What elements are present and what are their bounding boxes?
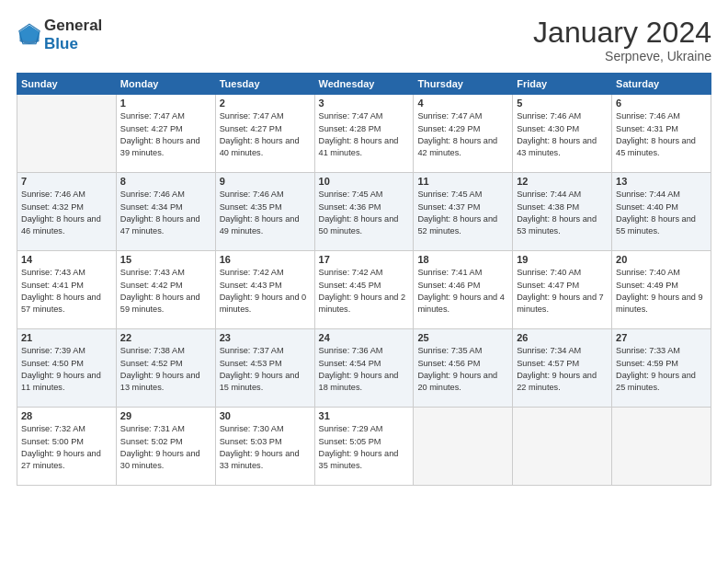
day-info: Sunrise: 7:40 AMSunset: 4:47 PMDaylight:… xyxy=(517,267,608,316)
logo-text: General Blue xyxy=(44,17,102,53)
sunrise-label: Sunrise: 7:47 AM xyxy=(319,111,383,121)
daylight-label: Daylight: 8 hours and 53 minutes. xyxy=(517,214,597,236)
day-info: Sunrise: 7:30 AMSunset: 5:03 PMDaylight:… xyxy=(220,423,311,472)
daylight-label: Daylight: 9 hours and 7 minutes. xyxy=(517,293,604,314)
day-number: 4 xyxy=(417,98,508,109)
daylight-label: Daylight: 9 hours and 18 minutes. xyxy=(319,371,399,392)
daylight-label: Daylight: 8 hours and 52 minutes. xyxy=(417,214,497,236)
sunrise-label: Sunrise: 7:29 AM xyxy=(319,424,383,433)
table-row: 23Sunrise: 7:37 AMSunset: 4:53 PMDayligh… xyxy=(215,329,314,408)
sunset-label: Sunset: 4:45 PM xyxy=(319,281,381,290)
table-row: 26Sunrise: 7:34 AMSunset: 4:57 PMDayligh… xyxy=(513,329,612,408)
sunrise-label: Sunrise: 7:30 AM xyxy=(220,424,284,433)
sunrise-label: Sunrise: 7:35 AM xyxy=(417,346,482,355)
sunrise-label: Sunrise: 7:37 AM xyxy=(220,346,284,355)
table-row: 19Sunrise: 7:40 AMSunset: 4:47 PMDayligh… xyxy=(513,251,612,329)
day-info: Sunrise: 7:46 AMSunset: 4:34 PMDaylight:… xyxy=(120,189,211,237)
day-number: 10 xyxy=(319,176,410,187)
daylight-label: Daylight: 9 hours and 30 minutes. xyxy=(120,449,200,470)
daylight-label: Daylight: 9 hours and 4 minutes. xyxy=(417,293,505,314)
day-number: 3 xyxy=(319,98,410,109)
sunrise-label: Sunrise: 7:32 AM xyxy=(21,424,85,433)
table-row xyxy=(612,408,711,486)
table-row: 24Sunrise: 7:36 AMSunset: 4:54 PMDayligh… xyxy=(314,329,414,408)
header: General Blue January 2024 Serpneve, Ukra… xyxy=(17,17,711,63)
daylight-label: Daylight: 9 hours and 15 minutes. xyxy=(220,371,300,392)
day-number: 27 xyxy=(616,332,707,343)
sunrise-label: Sunrise: 7:33 AM xyxy=(616,346,680,355)
daylight-label: Daylight: 9 hours and 2 minutes. xyxy=(319,293,406,314)
sunrise-label: Sunrise: 7:45 AM xyxy=(417,190,482,199)
sunset-label: Sunset: 4:57 PM xyxy=(517,359,579,368)
table-row: 8Sunrise: 7:46 AMSunset: 4:34 PMDaylight… xyxy=(116,173,215,251)
day-info: Sunrise: 7:46 AMSunset: 4:32 PMDaylight:… xyxy=(21,189,112,237)
day-number: 14 xyxy=(21,254,112,265)
daylight-label: Daylight: 9 hours and 25 minutes. xyxy=(616,371,696,392)
daylight-label: Daylight: 9 hours and 33 minutes. xyxy=(220,449,300,470)
week-row-3: 21Sunrise: 7:39 AMSunset: 4:50 PMDayligh… xyxy=(17,329,711,408)
daylight-label: Daylight: 8 hours and 47 minutes. xyxy=(120,214,200,236)
logo: General Blue xyxy=(17,17,102,53)
table-row: 3Sunrise: 7:47 AMSunset: 4:28 PMDaylight… xyxy=(314,95,414,173)
day-number: 23 xyxy=(220,332,311,343)
table-row: 20Sunrise: 7:40 AMSunset: 4:49 PMDayligh… xyxy=(612,251,711,329)
daylight-label: Daylight: 8 hours and 40 minutes. xyxy=(220,136,300,157)
sunrise-label: Sunrise: 7:43 AM xyxy=(21,268,85,277)
table-row: 25Sunrise: 7:35 AMSunset: 4:56 PMDayligh… xyxy=(414,329,513,408)
table-row: 22Sunrise: 7:38 AMSunset: 4:52 PMDayligh… xyxy=(116,329,215,408)
sunset-label: Sunset: 4:32 PM xyxy=(21,202,84,212)
daylight-label: Daylight: 9 hours and 35 minutes. xyxy=(319,449,399,470)
daylight-label: Daylight: 8 hours and 43 minutes. xyxy=(517,136,597,157)
day-info: Sunrise: 7:47 AMSunset: 4:29 PMDaylight:… xyxy=(417,110,508,159)
daylight-label: Daylight: 8 hours and 41 minutes. xyxy=(319,136,399,157)
day-number: 1 xyxy=(120,98,211,109)
day-number: 9 xyxy=(220,176,311,187)
daylight-label: Daylight: 8 hours and 39 minutes. xyxy=(120,136,200,157)
header-row: Sunday Monday Tuesday Wednesday Thursday… xyxy=(17,74,711,95)
sunrise-label: Sunrise: 7:44 AM xyxy=(616,190,680,199)
day-info: Sunrise: 7:45 AMSunset: 4:36 PMDaylight:… xyxy=(319,189,410,237)
table-row: 28Sunrise: 7:32 AMSunset: 5:00 PMDayligh… xyxy=(17,408,117,486)
table-row: 7Sunrise: 7:46 AMSunset: 4:32 PMDaylight… xyxy=(17,173,117,251)
daylight-label: Daylight: 8 hours and 42 minutes. xyxy=(417,136,497,157)
sunset-label: Sunset: 4:36 PM xyxy=(319,202,381,212)
location-subtitle: Serpneve, Ukraine xyxy=(533,49,711,63)
table-row: 21Sunrise: 7:39 AMSunset: 4:50 PMDayligh… xyxy=(17,329,117,408)
day-number: 19 xyxy=(517,254,608,265)
sunset-label: Sunset: 4:29 PM xyxy=(417,124,480,133)
sunset-label: Sunset: 4:38 PM xyxy=(517,202,579,212)
sunset-label: Sunset: 4:35 PM xyxy=(220,202,282,212)
daylight-label: Daylight: 9 hours and 20 minutes. xyxy=(417,371,497,392)
logo-general: General xyxy=(44,17,102,34)
day-number: 17 xyxy=(319,254,410,265)
table-row: 6Sunrise: 7:46 AMSunset: 4:31 PMDaylight… xyxy=(612,95,711,173)
table-row: 15Sunrise: 7:43 AMSunset: 4:42 PMDayligh… xyxy=(116,251,215,329)
table-row: 4Sunrise: 7:47 AMSunset: 4:29 PMDaylight… xyxy=(414,95,513,173)
day-info: Sunrise: 7:44 AMSunset: 4:38 PMDaylight:… xyxy=(517,189,608,237)
daylight-label: Daylight: 9 hours and 27 minutes. xyxy=(21,449,101,470)
sunrise-label: Sunrise: 7:46 AM xyxy=(616,111,680,121)
day-info: Sunrise: 7:35 AMSunset: 4:56 PMDaylight:… xyxy=(417,345,508,394)
sunrise-label: Sunrise: 7:40 AM xyxy=(517,268,581,277)
sunset-label: Sunset: 4:42 PM xyxy=(120,281,183,290)
logo-icon xyxy=(17,22,42,48)
day-info: Sunrise: 7:32 AMSunset: 5:00 PMDaylight:… xyxy=(21,423,112,472)
daylight-label: Daylight: 8 hours and 55 minutes. xyxy=(616,214,696,236)
day-number: 31 xyxy=(319,410,410,421)
day-number: 15 xyxy=(120,254,211,265)
day-info: Sunrise: 7:46 AMSunset: 4:31 PMDaylight:… xyxy=(616,110,707,159)
day-info: Sunrise: 7:33 AMSunset: 4:59 PMDaylight:… xyxy=(616,345,707,394)
table-row: 27Sunrise: 7:33 AMSunset: 4:59 PMDayligh… xyxy=(612,329,711,408)
sunrise-label: Sunrise: 7:46 AM xyxy=(21,190,85,199)
sunset-label: Sunset: 4:52 PM xyxy=(120,359,183,368)
daylight-label: Daylight: 8 hours and 50 minutes. xyxy=(319,214,399,236)
sunrise-label: Sunrise: 7:46 AM xyxy=(220,190,284,199)
table-row xyxy=(17,95,117,173)
table-row: 11Sunrise: 7:45 AMSunset: 4:37 PMDayligh… xyxy=(414,173,513,251)
title-block: January 2024 Serpneve, Ukraine xyxy=(533,17,711,63)
daylight-label: Daylight: 8 hours and 45 minutes. xyxy=(616,136,696,157)
day-info: Sunrise: 7:40 AMSunset: 4:49 PMDaylight:… xyxy=(616,267,707,316)
sunrise-label: Sunrise: 7:42 AM xyxy=(319,268,383,277)
sunrise-label: Sunrise: 7:43 AM xyxy=(120,268,185,277)
sunset-label: Sunset: 4:31 PM xyxy=(616,124,678,133)
